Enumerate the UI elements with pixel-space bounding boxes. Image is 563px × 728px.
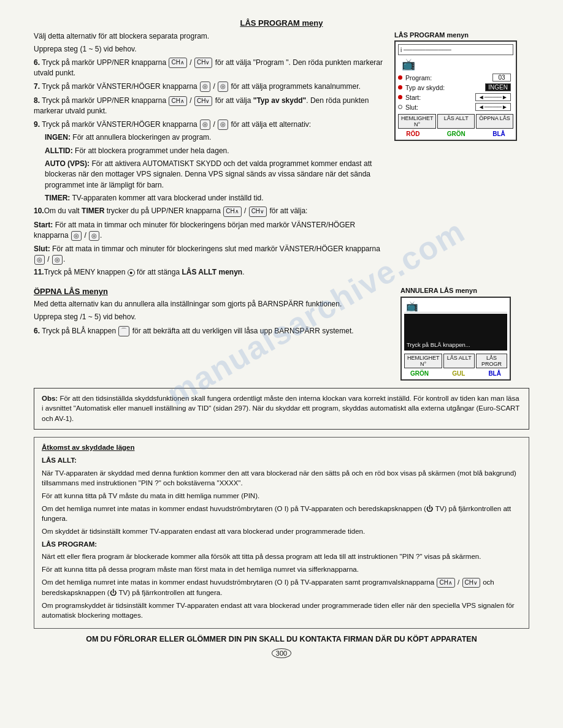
option-timer: TIMER: TV-apparaten kommer att vara bloc…	[45, 193, 383, 203]
slut-value: ◄────►	[475, 103, 511, 111]
program-label: Program:	[405, 74, 432, 82]
las-program-p2: För att kunna titta på dessa program mås…	[42, 564, 521, 575]
dot-start	[398, 95, 402, 99]
step8-num: 8.	[34, 96, 40, 105]
footer-warning: OM DU FÖRLORAR ELLER GLÖMMER DIN PIN SKA…	[34, 635, 529, 643]
start-value: ◄────►	[475, 93, 511, 101]
ch-down-access[interactable]: CH	[462, 578, 480, 588]
start-text: Start: För att mata in timmar och minute…	[34, 220, 383, 241]
obs-label: Obs:	[42, 395, 58, 402]
ch-up-btn2[interactable]: CH	[169, 96, 186, 107]
ch-up-access[interactable]: CH	[437, 578, 454, 588]
right-btn3[interactable]: ◎	[89, 231, 99, 241]
ch-down-btn1[interactable]: CH	[194, 58, 212, 68]
left-btn2[interactable]: ◎	[200, 119, 210, 130]
annul-inner-text: Tryck på BLÅ knappen...	[407, 341, 470, 348]
annul-color-gron: GRÖN	[410, 370, 429, 377]
panel-title: LÅS PROGRAM menyn	[394, 31, 529, 39]
right-btn4[interactable]: ◎	[52, 255, 63, 265]
intro-line2: Upprepa steg (1 ~ 5) vid behov.	[34, 44, 383, 55]
page-number-area: 300	[34, 650, 529, 657]
annul-topbar: 📺	[404, 300, 507, 313]
section-title-las-program: LÅS PROGRAM meny	[34, 18, 529, 28]
step6-num: 6.	[34, 58, 40, 67]
las-program-label: LÅS PROGRAM:	[42, 539, 521, 550]
dot-slut	[398, 105, 402, 109]
right-btn1[interactable]: ◎	[218, 82, 228, 92]
las-program-p1: Närt ett eller flera program är blockera…	[42, 552, 521, 562]
ch-down-btn3[interactable]: CH	[249, 207, 267, 217]
option-alltid: ALLTID: För att blockera programmet unde…	[45, 146, 383, 156]
option-ingen: INGEN: För att annullera blockeringen av…	[45, 132, 383, 143]
intro-line1: Välj detta alternativ för att blockera s…	[34, 31, 383, 42]
btn-las-allt[interactable]: LÅS ALLT	[437, 114, 475, 129]
las-allt-p4: Om skyddet är tidsinställt kommer TV-app…	[42, 526, 521, 537]
las-program-p4: Om programskyddet är tidsinställt kommer…	[42, 601, 521, 621]
start-row: Start: ◄────►	[398, 93, 513, 101]
las-allt-p2: För att kunna titta på TV måste du mata …	[42, 491, 521, 501]
las-program-p3: Om det hemliga numret inte matas in komm…	[42, 577, 521, 598]
page-number: 300	[272, 648, 291, 658]
annulera-screen: 📺 Tryck på BLÅ knappen... HEMLIGHET N° L…	[400, 297, 511, 381]
ch-up-btn1[interactable]: CH	[169, 58, 186, 68]
meny-btn[interactable]: ●	[128, 269, 135, 276]
right-column-las-program: LÅS PROGRAM menyn i ─────────── 📺 Progra…	[394, 31, 529, 281]
annulera-title: ANNULERA LÅS menyn	[400, 287, 529, 294]
annul-btn-hemlighet[interactable]: HEMLIGHET N°	[404, 354, 442, 368]
option-auto: AUTO (VPS): För att aktivera AUTOMATISKT…	[45, 159, 383, 191]
tv-icon: 📺	[402, 58, 415, 70]
oppna-las-title: ÖPPNA LÅS menyn	[34, 287, 389, 296]
step7-num: 7.	[34, 82, 40, 91]
annul-tv-icon: 📺	[406, 300, 418, 312]
las-allt-p1: När TV-apparaten är skyddad med denna fu…	[42, 468, 521, 488]
annul-color-bla: BLÅ	[488, 370, 501, 377]
annul-btn-las-allt[interactable]: LÅS ALLT	[443, 354, 475, 368]
lower-left: ÖPPNA LÅS menyn Med detta alternativ kan…	[34, 287, 389, 381]
step11: 11.Tryck på MENY knappen ● för att stäng…	[34, 267, 383, 278]
oppna-text2: Upprepa steg /1 ~ 5) vid behov.	[34, 312, 389, 322]
screen-buttons: HEMLIGHET N° LÅS ALLT ÖPPNA LÅS	[398, 114, 513, 129]
tv-icon-area: 📺	[402, 58, 513, 71]
btn-hemlighet[interactable]: HEMLIGHET N°	[398, 114, 436, 129]
slut-text: Slut: För att mata in timmar och minuter…	[34, 244, 383, 265]
typ-label: Typ av skydd:	[405, 84, 445, 91]
slut-label: Slut:	[405, 104, 418, 111]
annul-btn-las-progr[interactable]: LÅS PROGR	[476, 354, 507, 368]
annul-color-labels: GRÖN GUL BLÅ	[404, 370, 507, 377]
start-label: Start:	[405, 94, 421, 101]
screen-top-bar: i ───────────	[398, 44, 513, 55]
bla-btn[interactable]: ⌒	[118, 326, 129, 336]
las-allt-label: LÅS ALLT:	[42, 455, 521, 466]
right-btn2[interactable]: ◎	[218, 119, 228, 130]
top-two-col: Välj detta alternativ för att blockera s…	[34, 31, 529, 281]
slut-row: Slut: ◄────►	[398, 103, 513, 111]
typ-row: Typ av skydd: INGEN	[398, 83, 513, 91]
oppna-text1: Med detta alternativ kan du annullera al…	[34, 299, 389, 309]
lower-right: ANNULERA LÅS menyn 📺 Tryck på BLÅ knappe…	[400, 287, 529, 381]
dot-typ	[398, 85, 402, 89]
oppna-step6: 6. Tryck på BLÅ knappen ⌒ för att bekräf…	[34, 326, 389, 336]
left-btn3[interactable]: ◎	[71, 231, 82, 241]
obs-text: För att den tidsinställda skyddsfunktion…	[42, 395, 519, 422]
las-allt-p3: Om det hemliga numret inte matas in komm…	[42, 504, 521, 524]
dot-program	[398, 75, 402, 80]
step7: 7. Tryck på markör VÄNSTER/HÖGER knappar…	[34, 82, 383, 92]
left-btn4[interactable]: ◎	[34, 255, 45, 265]
las-program-screen: i ─────────── 📺 Program: 03 Typ av skydd…	[394, 40, 517, 141]
ch-down-btn2[interactable]: CH	[194, 96, 212, 107]
annul-dark-screen: Tryck på BLÅ knappen...	[404, 314, 507, 351]
left-btn1[interactable]: ◎	[200, 82, 210, 92]
btn-oppna-las[interactable]: ÖPPNA LÅS	[476, 114, 513, 129]
step6: 6. Tryck på markör UPP/NER knapparna CH …	[34, 58, 383, 79]
ch-up-btn3[interactable]: CH	[223, 207, 241, 217]
lower-two-col: ÖPPNA LÅS menyn Med detta alternativ kan…	[34, 287, 529, 381]
program-row: Program: 03	[398, 74, 513, 82]
step10: 10.Om du valt TIMER trycker du på UPP/NE…	[34, 206, 383, 216]
step9-num: 9.	[34, 120, 40, 129]
annul-buttons: HEMLIGHET N° LÅS ALLT LÅS PROGR	[404, 354, 507, 368]
step8: 8. Tryck på markör UPP/NER knapparna CH …	[34, 96, 383, 117]
color-bla: BLÅ	[492, 131, 505, 137]
color-rod: RÖD	[406, 131, 419, 137]
color-labels: RÖD GRÖN BLÅ	[398, 131, 513, 137]
access-box: Åtkomst av skyddade lägen LÅS ALLT: När …	[34, 437, 529, 629]
